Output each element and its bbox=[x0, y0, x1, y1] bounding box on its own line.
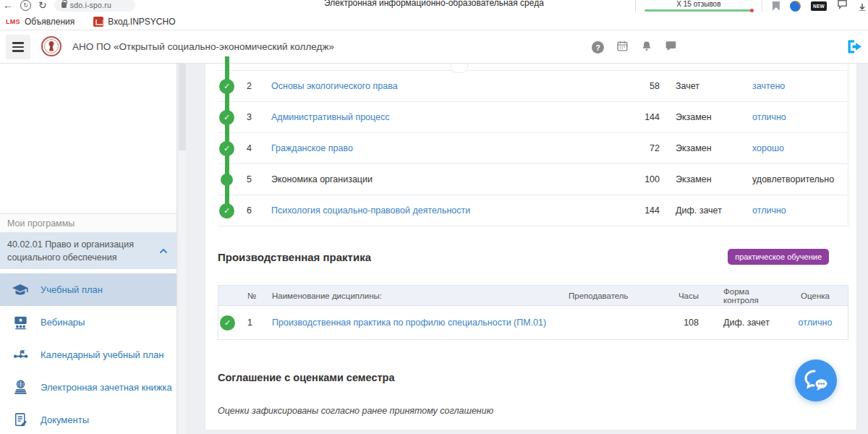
org-title: АНО ПО «Открытый социально-экономический… bbox=[72, 41, 334, 52]
college-logo bbox=[41, 35, 62, 60]
hours-value: 100 bbox=[629, 174, 676, 184]
control-form: Зачет bbox=[676, 81, 752, 91]
table-row: ✓ 1 Производственная практика по профилю… bbox=[218, 306, 848, 339]
grade-link[interactable]: отлично bbox=[799, 318, 833, 328]
column-header: Преподаватель bbox=[569, 292, 660, 300]
bookmark-inpsycho[interactable]: Вход.INPSYCHO bbox=[93, 17, 175, 27]
browser-page-title: Электронная информационно-образовательна… bbox=[275, 0, 593, 8]
bell-icon[interactable] bbox=[641, 40, 652, 55]
subject-link[interactable]: Административный процесс bbox=[271, 112, 390, 122]
row-number: 2 bbox=[247, 81, 271, 91]
calendar-icon[interactable] bbox=[616, 40, 629, 55]
lock-icon bbox=[61, 2, 67, 8]
row-number: 1 bbox=[247, 318, 272, 328]
sidebar-item-gradebook[interactable]: Электронная зачетная книжка bbox=[0, 371, 176, 404]
subject-link[interactable]: Гражданское право bbox=[271, 143, 353, 153]
status-cell: ✓ bbox=[218, 133, 247, 163]
table-row: 5 Экономика организации 100 Экзамен удов… bbox=[218, 164, 848, 195]
sidebar: Мои программы 40.02.01 Право и организац… bbox=[0, 64, 177, 434]
bookmark-flag-icon[interactable] bbox=[773, 1, 780, 11]
url-text: sdo.i-spo.ru bbox=[70, 1, 111, 9]
sidebar-item-label: Документы bbox=[41, 414, 89, 425]
gradebook-icon bbox=[0, 379, 41, 396]
bookmark-announcements[interactable]: LMS Объявления bbox=[6, 17, 75, 27]
control-form: Экзамен bbox=[676, 112, 752, 122]
sidebar-item-webinar[interactable]: Вебинары bbox=[0, 306, 176, 339]
grade-link[interactable]: отлично bbox=[752, 205, 786, 216]
grade-link[interactable]: хорошо bbox=[752, 143, 784, 153]
sidebar-item-calendar-plan[interactable]: Календарный учебный план bbox=[0, 339, 176, 371]
table-row: ✓ 4 Гражданское право 72 Экзамен хорошо bbox=[218, 133, 848, 164]
menu-hamburger-button[interactable] bbox=[6, 35, 30, 59]
practice-table-header: №Наименование дисциплины:ПреподавательЧа… bbox=[218, 286, 848, 306]
bookmark-label: Объявления bbox=[25, 17, 75, 27]
reviews-widget[interactable]: X 15 отзывов bbox=[635, 0, 762, 12]
completed-check-icon: ✓ bbox=[219, 79, 234, 94]
reviews-text: X 15 отзывов bbox=[676, 0, 720, 8]
hours-value: 72 bbox=[629, 143, 676, 153]
reviews-progress-bar bbox=[644, 9, 753, 12]
status-cell: ✓ bbox=[218, 71, 247, 101]
download-icon[interactable] bbox=[858, 1, 867, 11]
calendar-plan-icon bbox=[0, 346, 41, 363]
practice-table: №Наименование дисциплины:ПреподавательЧа… bbox=[218, 285, 848, 340]
subject-link[interactable]: Психология социально-правовой деятельнос… bbox=[271, 205, 470, 216]
grade-link[interactable]: отлично bbox=[752, 112, 786, 122]
column-header: Наименование дисциплины: bbox=[272, 292, 569, 300]
chat-widget-button[interactable] bbox=[795, 359, 837, 401]
completed-check-icon: ✓ bbox=[219, 141, 234, 156]
logout-icon[interactable] bbox=[846, 38, 864, 58]
chevron-up-icon bbox=[159, 244, 168, 258]
extension-circle-icon[interactable]: ↻ bbox=[20, 0, 31, 11]
hours-value: 58 bbox=[629, 81, 676, 91]
subject-link[interactable]: Производственная практика по профилю спе… bbox=[272, 318, 546, 328]
subject-link: Экономика организации bbox=[271, 174, 373, 184]
sidebar-item-label: Вебинары bbox=[41, 317, 85, 328]
feedback-bubble-icon[interactable] bbox=[837, 0, 848, 12]
sidebar-item-documents[interactable]: Документы bbox=[0, 404, 176, 434]
chat-bubbles-icon bbox=[803, 369, 829, 392]
hours-value: 144 bbox=[629, 112, 676, 122]
hours-value: 144 bbox=[629, 205, 676, 216]
hours-value: 108 bbox=[660, 318, 706, 328]
subjects-table: ✓ 2 Основы экологического права 58 Зачет… bbox=[218, 64, 848, 226]
table-row: ✓ 3 Административный процесс 144 Экзамен… bbox=[218, 102, 848, 133]
completed-check-icon: ✓ bbox=[219, 110, 234, 125]
page-body: Мои программы 40.02.01 Право и организац… bbox=[0, 64, 868, 434]
sidebar-program-toggle[interactable]: 40.02.01 Право и организация социального… bbox=[0, 233, 176, 269]
partial-row-top bbox=[218, 64, 848, 71]
reload-icon[interactable]: ↻ bbox=[38, 0, 47, 12]
program-title: 40.02.01 Право и организация социального… bbox=[7, 239, 134, 263]
control-form: Диф. зачет bbox=[706, 318, 783, 328]
grade-link[interactable]: зачтено bbox=[752, 81, 785, 91]
control-form: Диф. зачет bbox=[676, 205, 752, 216]
sidebar-item-graduation-cap[interactable]: Учебный план bbox=[0, 273, 176, 306]
address-bar[interactable]: sdo.i-spo.ru bbox=[54, 0, 135, 12]
back-icon[interactable]: ← bbox=[3, 0, 13, 12]
documents-icon bbox=[0, 412, 41, 428]
column-header: № bbox=[247, 292, 272, 300]
column-header: Оценка bbox=[783, 292, 848, 300]
firefox-icon[interactable] bbox=[790, 1, 801, 12]
scrollbar-thumb[interactable] bbox=[179, 64, 186, 150]
status-cell: ✓ bbox=[218, 306, 247, 339]
column-header: Форма контроля bbox=[706, 287, 783, 305]
practice-heading: Производственная практика bbox=[218, 251, 371, 263]
status-cell: ✓ bbox=[218, 102, 247, 132]
bookmarks-bar: LMS Объявления Вход.INPSYCHO bbox=[0, 13, 868, 30]
row-number: 5 bbox=[247, 174, 271, 184]
status-cell: ✓ bbox=[218, 195, 247, 226]
inpsycho-icon bbox=[93, 17, 103, 27]
subject-link[interactable]: Основы экологического права bbox=[271, 81, 398, 91]
help-icon[interactable]: ? bbox=[592, 41, 604, 54]
column-header: Часы bbox=[660, 292, 706, 300]
sidebar-scrollbar[interactable] bbox=[179, 64, 186, 434]
row-number: 3 bbox=[247, 112, 271, 122]
sidebar-item-label: Учебный план bbox=[41, 284, 103, 295]
new-extension-badge[interactable]: NEW bbox=[811, 1, 827, 11]
agreement-note: Оценки зафиксированы согласно ранее прин… bbox=[218, 406, 848, 416]
lms-icon: LMS bbox=[6, 18, 20, 25]
chat-icon[interactable] bbox=[665, 41, 677, 54]
graduation-cap-icon bbox=[0, 281, 41, 299]
status-cell bbox=[218, 164, 247, 195]
